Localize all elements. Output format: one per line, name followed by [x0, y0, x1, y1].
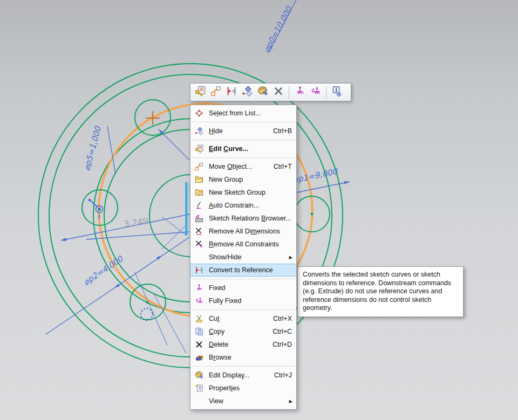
move-object-icon	[193, 162, 205, 171]
menu-item-shortcut: Ctrl+X	[273, 315, 293, 322]
information-button[interactable]	[330, 85, 344, 99]
menu-item-label: View	[209, 397, 223, 405]
menu-item-fixed[interactable]: Fixed	[190, 281, 296, 294]
toolbar-separator	[326, 86, 326, 99]
convert-reference-icon	[193, 266, 205, 274]
dim-label-p1[interactable]: ⌀p1=9,000	[292, 167, 339, 185]
menu-item-remove-all-dimensions[interactable]: Remove All Dimensions	[190, 225, 296, 238]
info-display-icon	[332, 86, 343, 99]
fully-fixed-icon	[310, 86, 321, 99]
menu-item-move-object[interactable]: Move Object...Ctrl+T	[190, 160, 296, 173]
fixed-icon	[193, 284, 205, 292]
edit-curve-icon	[195, 86, 206, 99]
center-point-right[interactable]	[311, 213, 313, 216]
concentric-constraint-icon	[88, 199, 103, 219]
edit-curve-icon	[193, 144, 205, 153]
mini-toolbar	[190, 83, 351, 101]
menu-item-label: Edit Curve...	[209, 145, 248, 153]
menu-item-new-sketch-group[interactable]: New Sketch Group	[190, 186, 296, 199]
menu-item-label: Hide	[209, 127, 223, 135]
hide-icon	[242, 86, 253, 99]
hide-icon	[193, 127, 205, 135]
fixed-button[interactable]	[292, 85, 307, 99]
menu-item-view[interactable]: View▶	[190, 395, 296, 408]
cut-icon	[193, 314, 205, 323]
remove-constraints-icon	[193, 240, 205, 249]
ref-dim-label[interactable]: 3.249	[123, 216, 149, 229]
menu-separator	[192, 309, 295, 310]
relations-browser-icon	[193, 214, 205, 223]
menu-item-label: Show/Hide	[209, 253, 241, 261]
fixed-icon	[295, 86, 305, 99]
menu-item-show-hide[interactable]: Show/Hide▶	[190, 251, 296, 264]
menu-item-copy[interactable]: CopyCtrl+C	[190, 325, 296, 338]
menu-item-fully-fixed[interactable]: Fully Fixed	[190, 294, 296, 307]
menu-separator	[192, 122, 295, 122]
move-object-button[interactable]	[208, 85, 223, 99]
tooltip: Converts the selected sketch curves or s…	[297, 266, 464, 317]
menu-item-label: Copy	[209, 328, 224, 335]
point-cross-icon	[146, 111, 160, 125]
menu-item-select-from-list[interactable]: Select from List...	[190, 107, 296, 120]
menu-item-label: Fully Fixed	[209, 297, 241, 305]
menu-item-shortcut: Ctrl+C	[272, 328, 293, 335]
folder-icon	[193, 175, 205, 184]
dim-label-p0[interactable]: ⌀p0=10,000	[262, 4, 294, 54]
convert-reference-icon	[226, 86, 237, 99]
construction-diag-a	[162, 217, 186, 235]
menu-item-delete[interactable]: DeleteCtrl+D	[190, 338, 296, 351]
edit-curve-button[interactable]	[193, 85, 207, 99]
browse-icon	[193, 353, 205, 362]
menu-item-label: Convert to Reference	[209, 266, 273, 274]
menu-separator	[192, 279, 295, 279]
hide-button[interactable]	[240, 85, 254, 99]
menu-item-label: Move Object...	[209, 163, 253, 170]
remove-dimensions-icon	[193, 227, 205, 236]
menu-item-label: Fixed	[209, 284, 226, 292]
construction-diag-b	[162, 223, 188, 249]
menu-item-shortcut: Ctrl+B	[273, 127, 293, 135]
menu-item-label: New Group	[209, 176, 243, 183]
menu-item-label: Select from List...	[209, 109, 261, 117]
menu-item-edit-curve[interactable]: Edit Curve...	[190, 142, 296, 155]
delete-icon	[193, 340, 205, 349]
menu-item-cut[interactable]: CutCtrl+X	[190, 312, 296, 325]
edit-display-icon	[193, 371, 205, 380]
menu-item-label: Delete	[209, 341, 228, 348]
menu-item-label: Auto Constrain...	[209, 202, 259, 209]
menu-item-label: Sketch Relations Browser...	[209, 215, 291, 222]
folder-sketch-icon	[193, 188, 205, 197]
context-menu: Select from List...HideCtrl+BEdit Curve.…	[190, 105, 297, 410]
menu-item-shortcut: Ctrl+D	[272, 341, 293, 348]
tooltip-text: Converts the selected sketch curves or s…	[303, 271, 451, 312]
menu-item-sketch-relations-browser[interactable]: Sketch Relations Browser...	[190, 212, 296, 225]
menu-item-hide[interactable]: HideCtrl+B	[190, 125, 296, 137]
properties-icon	[193, 384, 205, 393]
submenu-arrow-icon: ▶	[289, 255, 292, 260]
submenu-arrow-icon: ▶	[289, 399, 292, 404]
edit-display-icon	[257, 86, 268, 99]
menu-item-browse[interactable]: Browse	[190, 351, 296, 364]
menu-item-properties[interactable]: Properties	[190, 382, 296, 395]
menu-separator	[192, 157, 295, 158]
edit-display-button[interactable]	[255, 85, 270, 99]
ext-line-p2-b	[154, 294, 186, 353]
fully-fixed-button[interactable]	[308, 85, 323, 99]
move-object-icon	[210, 86, 221, 99]
convert-to-reference-button[interactable]	[224, 85, 238, 99]
menu-item-auto-constrain[interactable]: Auto Constrain...	[190, 199, 296, 212]
menu-item-label: Cut	[209, 315, 219, 322]
delete-button[interactable]	[271, 85, 285, 99]
menu-separator	[192, 140, 295, 140]
menu-item-remove-all-constraints[interactable]: Remove All Constraints	[190, 238, 296, 251]
menu-item-edit-display[interactable]: Edit Display...Ctrl+J	[190, 369, 296, 382]
menu-item-shortcut: Ctrl+T	[274, 163, 293, 170]
copy-icon	[193, 327, 205, 336]
dim-label-p5[interactable]: ⌀p5=1,000	[82, 125, 103, 172]
dim-leader-top[interactable]	[159, 129, 189, 160]
auto-constrain-icon	[193, 201, 205, 210]
menu-item-label: New Sketch Group	[209, 189, 265, 196]
menu-item-convert-to-reference[interactable]: Convert to Reference	[190, 264, 296, 277]
crosshair-icon	[193, 109, 205, 118]
menu-item-new-group[interactable]: New Group	[190, 173, 296, 186]
